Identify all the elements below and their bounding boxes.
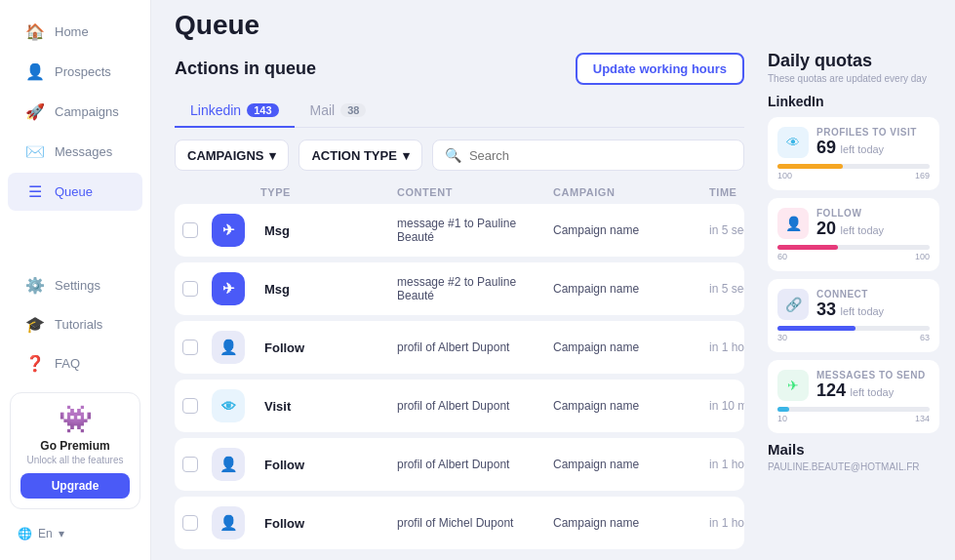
quota-left: left today: [851, 386, 895, 398]
sidebar-label: Settings: [55, 278, 100, 293]
quota-left: left today: [840, 224, 884, 236]
row-campaign: Campaign name: [553, 282, 709, 296]
sidebar-item-messages[interactable]: ✉️ Messages: [8, 133, 142, 171]
header-type-icon: [212, 186, 260, 198]
quota-header: 🔗 CONNECT 33 left today: [777, 289, 930, 320]
header-checkbox: [182, 186, 212, 198]
sidebar-label: Messages: [55, 144, 112, 159]
search-input[interactable]: [469, 148, 732, 163]
settings-icon: ⚙️: [25, 276, 45, 295]
row-campaign: Campaign name: [553, 516, 709, 530]
row-content: profil of Albert Dupont: [397, 399, 553, 413]
progress-bar: [777, 407, 930, 412]
quota-label: MESSAGES TO SEND: [816, 370, 926, 380]
action-type-label: ACTION TYPE: [311, 148, 396, 163]
table-row[interactable]: ✈ Msg message #1 to Pauline Beauté Campa…: [175, 204, 744, 257]
tab-mail-label: Mail: [310, 102, 336, 118]
row-checkbox[interactable]: [182, 457, 198, 472]
daily-title: Daily quotas: [768, 51, 939, 71]
tutorials-icon: 🎓: [25, 315, 45, 334]
sidebar-label: Prospects: [55, 64, 111, 79]
prospects-icon: 👤: [25, 62, 45, 81]
sidebar-item-campaigns[interactable]: 🚀 Campaigns: [8, 93, 142, 131]
campaigns-filter[interactable]: CAMPAIGNS ▾: [175, 140, 289, 171]
quota-card: 👤 FOLLOW 20 left today 60 100: [768, 198, 939, 271]
table-row[interactable]: 👤 Follow profil of Michel Dupont Campaig…: [175, 497, 744, 549]
header-campaign: CAMPAIGN: [553, 186, 709, 198]
update-working-hours-button[interactable]: Update working hours: [576, 53, 744, 85]
row-content: profil of Albert Dupont: [397, 458, 553, 471]
action-type-filter[interactable]: ACTION TYPE ▾: [298, 140, 421, 171]
sidebar-item-settings[interactable]: ⚙️ Settings: [8, 266, 142, 304]
row-checkbox[interactable]: [182, 222, 198, 238]
table-row[interactable]: 👁 Visit profil of Albert Dupont Campaign…: [175, 380, 744, 432]
quota-value: 20: [816, 219, 836, 238]
row-checkbox[interactable]: [182, 340, 198, 355]
sidebar-label: Home: [55, 24, 89, 39]
table-row[interactable]: 👤 Follow profil of Albert Dupont Campaig…: [175, 438, 744, 491]
quota-left: left today: [840, 305, 884, 317]
mascot-icon: 👾: [20, 403, 130, 435]
header-content: CONTENT: [397, 186, 553, 198]
table-header: TYPE CONTENT CAMPAIGN TIME: [175, 180, 744, 204]
upgrade-button[interactable]: Upgrade: [20, 473, 130, 499]
quota-cards: 👁 PROFILES TO VISIT 69 left today 100 16…: [768, 117, 939, 433]
tab-linkedin-badge: 143: [247, 103, 278, 117]
tab-mail[interactable]: Mail 38: [295, 95, 382, 128]
progress-labels: 10 134: [777, 414, 930, 423]
row-time: in 10 min: [709, 399, 744, 413]
search-icon: 🔍: [445, 147, 461, 163]
table-rows: ✈ Msg message #1 to Pauline Beauté Campa…: [175, 204, 744, 549]
row-checkbox[interactable]: [182, 281, 198, 297]
progress-fill: [777, 164, 843, 169]
daily-subtitle: These quotas are updated every day: [768, 73, 939, 84]
table-row[interactable]: ✈ Msg message #2 to Pauline Beauté Campa…: [175, 262, 744, 315]
tab-linkedin[interactable]: Linkedin 143: [175, 95, 295, 128]
progress-max: 134: [915, 414, 930, 423]
row-type-label: Follow: [260, 516, 397, 531]
quota-card: 🔗 CONNECT 33 left today 30 63: [768, 279, 939, 352]
lang-label: En: [38, 527, 53, 540]
quota-card: 👁 PROFILES TO VISIT 69 left today 100 16…: [768, 117, 939, 190]
progress-bar: [777, 164, 930, 169]
premium-title: Go Premium: [20, 439, 130, 453]
right-panel: Daily quotas These quotas are updated ev…: [760, 41, 955, 560]
quota-icon: 🔗: [777, 289, 809, 320]
progress-max: 169: [915, 171, 930, 180]
sidebar-label: Campaigns: [55, 104, 119, 119]
table-row[interactable]: 👤 Follow profil of Albert Dupont Campaig…: [175, 321, 744, 374]
row-time: in 1 hour: [709, 340, 744, 354]
tabs: Linkedin 143 Mail 38: [175, 95, 744, 128]
progress-min: 30: [777, 333, 787, 342]
sidebar-item-home[interactable]: 🏠 Home: [8, 13, 142, 51]
sidebar-item-prospects[interactable]: 👤 Prospects: [8, 53, 142, 91]
progress-max: 100: [915, 252, 930, 261]
actions-header: Actions in queue Update working hours: [175, 41, 744, 95]
row-time: in 1 hour: [709, 458, 744, 471]
row-content: message #1 to Pauline Beauté: [397, 217, 553, 244]
row-checkbox[interactable]: [182, 515, 198, 531]
linkedin-section-title: LinkedIn: [768, 94, 939, 109]
progress-labels: 30 63: [777, 333, 930, 342]
row-checkbox[interactable]: [182, 398, 198, 414]
quota-header: 👁 PROFILES TO VISIT 69 left today: [777, 127, 930, 158]
sidebar-item-faq[interactable]: ❓ FAQ: [8, 344, 142, 382]
quota-label: FOLLOW: [816, 208, 884, 219]
campaigns-filter-label: CAMPAIGNS: [187, 148, 263, 163]
quota-value: 69: [816, 138, 836, 157]
sidebar-label: FAQ: [55, 356, 80, 371]
row-content: profil of Albert Dupont: [397, 340, 553, 354]
row-campaign: Campaign name: [553, 223, 709, 237]
main-content: Queue Actions in queue Update working ho…: [151, 0, 955, 560]
actions-title: Actions in queue: [175, 59, 316, 79]
quota-label: PROFILES TO VISIT: [816, 127, 917, 138]
sidebar-label: Tutorials: [55, 317, 102, 332]
campaigns-icon: 🚀: [25, 102, 45, 121]
sidebar-item-queue[interactable]: ☰ Queue: [8, 173, 142, 211]
sidebar: 🏠 Home 👤 Prospects 🚀 Campaigns ✉️ Messag…: [0, 0, 151, 560]
quota-card: ✈ MESSAGES TO SEND 124 left today 10 134: [768, 360, 939, 433]
lang-switcher[interactable]: 🌐 En ▾: [0, 519, 150, 548]
sidebar-item-tutorials[interactable]: 🎓 Tutorials: [8, 305, 142, 343]
quota-value: 124: [816, 380, 846, 400]
quota-header: ✈ MESSAGES TO SEND 124 left today: [777, 370, 930, 401]
